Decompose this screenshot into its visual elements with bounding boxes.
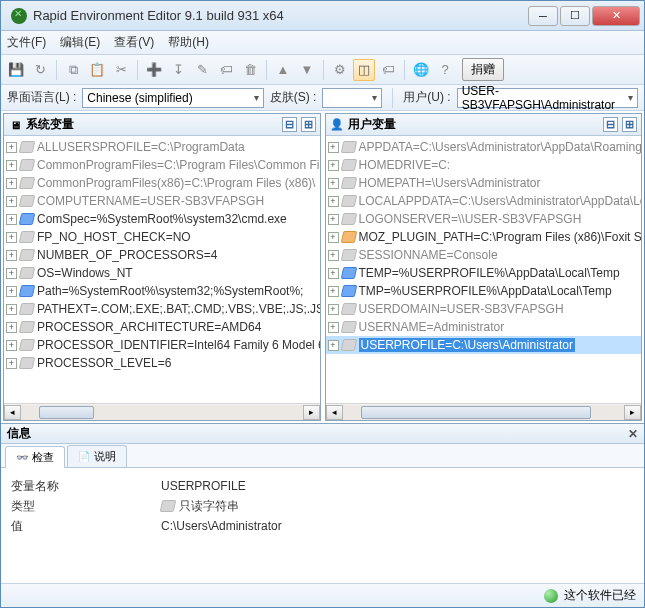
tree-row[interactable]: +PROCESSOR_IDENTIFIER=Intel64 Family 6 M… <box>4 336 320 354</box>
expander-icon[interactable]: + <box>6 196 17 207</box>
scroll-thumb[interactable] <box>361 406 591 419</box>
separator <box>56 60 57 80</box>
tb-save-icon[interactable]: 💾 <box>5 59 27 81</box>
tree-row[interactable]: +NUMBER_OF_PROCESSORS=4 <box>4 246 320 264</box>
tb-tag-icon[interactable]: 🏷 <box>215 59 237 81</box>
expander-icon[interactable]: + <box>6 304 17 315</box>
expander-icon[interactable]: + <box>328 304 339 315</box>
expander-icon[interactable]: + <box>6 340 17 351</box>
user-tree[interactable]: +APPDATA=C:\Users\Administrator\AppData\… <box>326 136 642 403</box>
expander-icon[interactable]: + <box>6 358 17 369</box>
scroll-track[interactable] <box>21 405 303 420</box>
tb-gear-icon[interactable]: ⚙ <box>329 59 351 81</box>
tree-row[interactable]: +MOZ_PLUGIN_PATH=C:\Program Files (x86)\… <box>326 228 642 246</box>
scroll-left-button[interactable]: ◂ <box>4 405 21 420</box>
expand-all-button[interactable]: ⊞ <box>301 117 316 132</box>
expander-icon[interactable]: + <box>328 250 339 261</box>
menu-help[interactable]: 帮助(H) <box>168 34 209 51</box>
expander-icon[interactable]: + <box>328 268 339 279</box>
scroll-left-button[interactable]: ◂ <box>326 405 343 420</box>
tree-row[interactable]: +PATHEXT=.COM;.EXE;.BAT;.CMD;.VBS;.VBE;.… <box>4 300 320 318</box>
tb-help-icon[interactable]: ? <box>434 59 456 81</box>
menu-edit[interactable]: 编辑(E) <box>60 34 100 51</box>
minimize-button[interactable]: ─ <box>528 6 558 26</box>
scroll-thumb[interactable] <box>39 406 94 419</box>
expander-icon[interactable]: + <box>328 214 339 225</box>
expander-icon[interactable]: + <box>6 178 17 189</box>
tb-cut-icon[interactable]: ✂ <box>110 59 132 81</box>
tab-check[interactable]: 👓检查 <box>5 446 65 468</box>
expander-icon[interactable]: + <box>328 142 339 153</box>
tree-row[interactable]: +ALLUSERSPROFILE=C:\ProgramData <box>4 138 320 156</box>
expander-icon[interactable]: + <box>6 250 17 261</box>
tb-refresh-icon[interactable]: ↻ <box>29 59 51 81</box>
tree-row[interactable]: +FP_NO_HOST_CHECK=NO <box>4 228 320 246</box>
titlebar[interactable]: Rapid Environment Editor 9.1 build 931 x… <box>1 1 644 31</box>
expander-icon[interactable]: + <box>328 178 339 189</box>
expander-icon[interactable]: + <box>328 322 339 333</box>
tree-row[interactable]: +Path=%SystemRoot%\system32;%SystemRoot%… <box>4 282 320 300</box>
tree-row[interactable]: +OS=Windows_NT <box>4 264 320 282</box>
collapse-all-button[interactable]: ⊟ <box>603 117 618 132</box>
system-hscroll[interactable]: ◂ ▸ <box>4 403 320 420</box>
tb-web-icon[interactable]: 🌐 <box>410 59 432 81</box>
system-tree[interactable]: +ALLUSERSPROFILE=C:\ProgramData+CommonPr… <box>4 136 320 403</box>
scroll-right-button[interactable]: ▸ <box>624 405 641 420</box>
tree-row[interactable]: +USERNAME=Administrator <box>326 318 642 336</box>
menu-file[interactable]: 文件(F) <box>7 34 46 51</box>
expand-all-button[interactable]: ⊞ <box>622 117 637 132</box>
tree-row[interactable]: +LOGONSERVER=\\USER-SB3VFAPSGH <box>326 210 642 228</box>
tab-desc[interactable]: 📄说明 <box>67 445 127 467</box>
expander-icon[interactable]: + <box>6 322 17 333</box>
tb-insert-icon[interactable]: ↧ <box>167 59 189 81</box>
collapse-all-button[interactable]: ⊟ <box>282 117 297 132</box>
tree-row[interactable]: +PROCESSOR_ARCHITECTURE=AMD64 <box>4 318 320 336</box>
tb-copy-icon[interactable]: ⧉ <box>62 59 84 81</box>
expander-icon[interactable]: + <box>328 286 339 297</box>
expander-icon[interactable]: + <box>6 286 17 297</box>
tb-panels-icon[interactable]: ◫ <box>353 59 375 81</box>
expander-icon[interactable]: + <box>6 232 17 243</box>
tree-row[interactable]: +CommonProgramFiles(x86)=C:\Program File… <box>4 174 320 192</box>
tree-row[interactable]: +APPDATA=C:\Users\Administrator\AppData\… <box>326 138 642 156</box>
expander-icon[interactable]: + <box>328 196 339 207</box>
tree-row[interactable]: +HOMEPATH=\Users\Administrator <box>326 174 642 192</box>
tb-delete-icon[interactable]: 🗑 <box>239 59 261 81</box>
tb-edit-icon[interactable]: ✎ <box>191 59 213 81</box>
donate-button[interactable]: 捐赠 <box>462 58 504 81</box>
tree-row[interactable]: +ComSpec=%SystemRoot%\system32\cmd.exe <box>4 210 320 228</box>
user-combo[interactable]: USER-SB3VFAPSGH\Administrator <box>457 88 638 108</box>
tb-up-icon[interactable]: ▲ <box>272 59 294 81</box>
expander-icon[interactable]: + <box>328 160 339 171</box>
expander-icon[interactable]: + <box>6 142 17 153</box>
menu-view[interactable]: 查看(V) <box>114 34 154 51</box>
tree-row[interactable]: +CommonProgramFiles=C:\Program Files\Com… <box>4 156 320 174</box>
tree-row[interactable]: +COMPUTERNAME=USER-SB3VFAPSGH <box>4 192 320 210</box>
tb-down-icon[interactable]: ▼ <box>296 59 318 81</box>
expander-icon[interactable]: + <box>328 340 339 351</box>
tree-row[interactable]: +SESSIONNAME=Console <box>326 246 642 264</box>
tb-paste-icon[interactable]: 📋 <box>86 59 108 81</box>
menubar: 文件(F) 编辑(E) 查看(V) 帮助(H) <box>1 31 644 55</box>
user-hscroll[interactable]: ◂ ▸ <box>326 403 642 420</box>
info-close-button[interactable]: ✕ <box>628 427 638 441</box>
lang-combo[interactable]: Chinese (simplified) <box>82 88 263 108</box>
maximize-button[interactable]: ☐ <box>560 6 590 26</box>
tree-row[interactable]: +HOMEDRIVE=C: <box>326 156 642 174</box>
scroll-track[interactable] <box>343 405 625 420</box>
tree-row[interactable]: +PROCESSOR_LEVEL=6 <box>4 354 320 372</box>
skin-combo[interactable] <box>322 88 382 108</box>
scroll-right-button[interactable]: ▸ <box>303 405 320 420</box>
expander-icon[interactable]: + <box>6 214 17 225</box>
tree-row[interactable]: +TEMP=%USERPROFILE%\AppData\Local\Temp <box>326 264 642 282</box>
tree-row[interactable]: +USERDOMAIN=USER-SB3VFAPSGH <box>326 300 642 318</box>
tree-row[interactable]: +LOCALAPPDATA=C:\Users\Administrator\App… <box>326 192 642 210</box>
close-button[interactable]: ✕ <box>592 6 640 26</box>
tree-row[interactable]: +TMP=%USERPROFILE%\AppData\Local\Temp <box>326 282 642 300</box>
expander-icon[interactable]: + <box>6 160 17 171</box>
expander-icon[interactable]: + <box>6 268 17 279</box>
expander-icon[interactable]: + <box>328 232 339 243</box>
tb-label-icon[interactable]: 🏷 <box>377 59 399 81</box>
tree-row[interactable]: +USERPROFILE=C:\Users\Administrator <box>326 336 642 354</box>
tb-add-icon[interactable]: ➕ <box>143 59 165 81</box>
